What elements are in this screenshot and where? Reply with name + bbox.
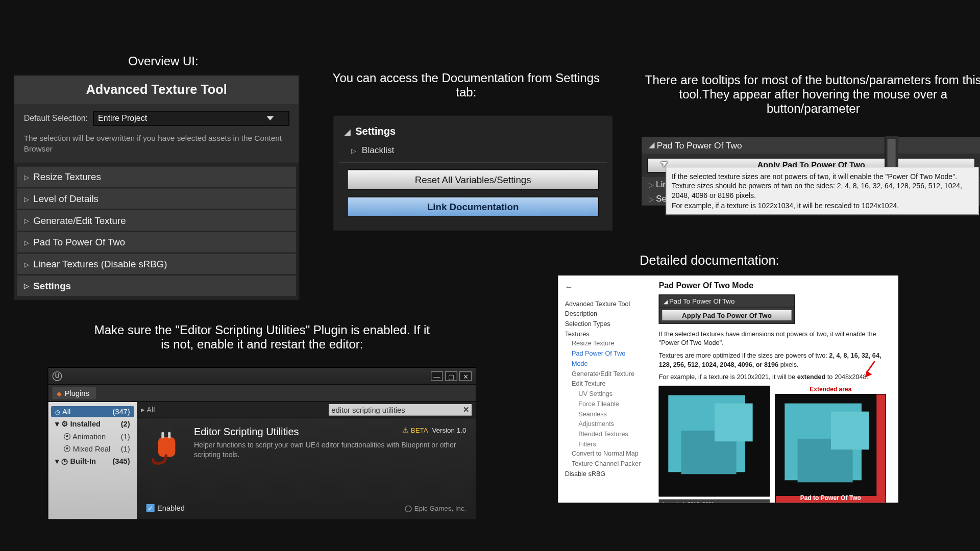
docs-nav-item[interactable]: Description <box>565 309 641 319</box>
docs-title: Pad Power Of Two Mode <box>659 281 886 291</box>
expand-icon: ▷ <box>351 147 357 155</box>
docs-heading: Detailed documentation: <box>640 253 850 268</box>
link-documentation-button[interactable]: Link Documentation <box>347 196 599 217</box>
docs-sidebar: ← Advanced Texture Tool Description Sele… <box>558 276 646 503</box>
sidebar-label: Animation <box>72 433 106 441</box>
section-resize-textures[interactable]: ▷Resize Textures <box>17 167 296 187</box>
pad-to-pow2-expander[interactable]: ◢ Pad To Power Of Two <box>642 137 980 154</box>
reset-all-button[interactable]: Reset All Variables/Settings <box>347 169 599 190</box>
search-value: editor scripting utilities <box>331 406 405 414</box>
section-pad-to-power-of-two[interactable]: ▷Pad To Power Of Two <box>17 232 296 253</box>
tooltip-line: If the selected texture sizes are not po… <box>672 171 972 181</box>
docs-nav-item[interactable]: Texture Channel Packer <box>565 459 641 469</box>
section-settings[interactable]: ▷Settings <box>17 276 296 296</box>
section-label: Resize Textures <box>33 171 101 182</box>
sidebar-label: All <box>62 408 70 416</box>
section-label: Pad To Power Of Two <box>33 237 125 247</box>
docs-nav-item[interactable]: Convert to Normal Map <box>565 449 641 459</box>
section-label: Linear Textures (Disable sRBG) <box>33 259 167 269</box>
docs-nav-item[interactable]: Blended Textures <box>565 429 641 439</box>
docs-nav-item[interactable]: Force Tileable Seamless <box>565 399 641 419</box>
plugin-heading: Make sure the "Editor Scripting Utilitie… <box>88 323 435 352</box>
overview-title: Advanced Texture Tool <box>14 76 299 104</box>
docs-nav-item[interactable]: Adjustments <box>565 419 641 430</box>
docs-pad-caption: Pad to Power Of Two <box>776 495 886 502</box>
docs-nav-item[interactable]: Advanced Texture Tool <box>565 299 641 309</box>
sidebar-count: (345) <box>112 457 130 466</box>
plugin-tab-icon: ◆ <box>57 389 62 397</box>
sidebar-count: (1) <box>121 433 130 441</box>
default-selection-label: Default Selection: <box>24 114 88 123</box>
section-generate-edit-texture[interactable]: ▷Generate/Edit Texture <box>17 210 296 231</box>
docs-paragraph: For example, if a texture is 2010x2021, … <box>659 372 886 382</box>
docs-nav-item-active[interactable]: Pad Power Of Two Mode <box>565 349 641 369</box>
plugin-search-input[interactable]: editor scripting utilities ✕ <box>329 404 472 416</box>
plugin-name: Editor Scripting Utilities <box>194 426 299 438</box>
overview-panel: Advanced Texture Tool Default Selection:… <box>14 75 300 301</box>
plugins-tab[interactable]: ◆ Plugins <box>53 387 96 399</box>
sidebar-animation[interactable]: ⦿ Animation (1) <box>51 431 134 442</box>
clear-search-icon[interactable]: ✕ <box>463 406 469 414</box>
docs-nav-item[interactable]: Resize Texture <box>565 339 641 349</box>
texture-info: Imported: 2010x2021 Displayed: 2010x2021… <box>659 499 770 503</box>
docs-nav-item[interactable]: Generate/Edit Texture <box>565 369 641 379</box>
blacklist-expander[interactable]: ▷ Blacklist <box>339 139 607 160</box>
expand-icon: ▷ <box>24 260 30 268</box>
plugins-main: ▸ All editor scripting utilities ✕ <box>137 402 476 519</box>
window-minimize-button[interactable]: — <box>431 371 443 381</box>
section-level-of-details[interactable]: ▷Level of Details <box>17 189 296 209</box>
overview-note: The selection will be overwritten if you… <box>24 133 289 155</box>
docs-nav-item[interactable]: Disable sRBG <box>565 469 641 480</box>
breadcrumb-label: All <box>146 406 155 414</box>
window-maximize-button[interactable]: ▢ <box>445 371 457 381</box>
beta-badge: BETA <box>411 427 428 434</box>
tooltips-heading: There are tooltips for most of the butto… <box>640 73 980 116</box>
settings-header-label: Settings <box>355 125 396 137</box>
expand-icon: ▷ <box>649 195 656 203</box>
sidebar-builtin[interactable]: ▾ ◷ Built-In (345) <box>51 456 134 467</box>
check-icon: ✓ <box>146 504 155 512</box>
section-label: Level of Details <box>33 193 99 204</box>
sidebar-label: Installed <box>70 420 100 428</box>
plugin-company[interactable]: Epic Games, Inc. <box>405 505 466 512</box>
unreal-logo-icon: U <box>53 371 62 381</box>
default-selection-dropdown[interactable]: Entire Project <box>93 111 289 126</box>
section-label: Settings <box>33 281 71 291</box>
expand-icon: ▷ <box>24 239 30 246</box>
window-tab-bar: ◆ Plugins <box>48 385 476 402</box>
section-linear-textures[interactable]: ▷Linear Textures (Disable sRBG) <box>17 254 296 274</box>
enabled-checkbox[interactable]: ✓ Enabled <box>146 504 185 512</box>
sidebar-mixed-reality[interactable]: ⦿ Mixed Real (1) <box>51 443 134 454</box>
tooltip-line: For example, if a texture is 1022x1034, … <box>672 201 972 210</box>
overview-body: Default Selection: Entire Project The se… <box>14 104 299 163</box>
expand-icon: ▷ <box>24 217 30 224</box>
plugins-window: U — ▢ ✕ ◆ Plugins ◷ All (347) ▾ ⚙ Instal… <box>47 367 476 518</box>
sidebar-installed[interactable]: ▾ ⚙ Installed (2) <box>51 418 134 430</box>
settings-expander[interactable]: ◢ Settings <box>339 122 607 139</box>
overview-heading: Overview UI: <box>109 55 217 69</box>
documentation-panel: ← Advanced Texture Tool Description Sele… <box>558 276 898 503</box>
blacklist-label: Blacklist <box>362 145 395 155</box>
docs-nav-item[interactable]: Selection Types <box>565 319 641 329</box>
sidebar-count: (1) <box>121 445 130 453</box>
globe-icon <box>405 505 411 512</box>
plugins-tab-label: Plugins <box>65 389 89 397</box>
svg-rect-1 <box>161 432 164 438</box>
tooltip-popup: If the selected texture sizes are not po… <box>666 167 978 215</box>
breadcrumb[interactable]: ▸ All <box>141 406 155 414</box>
window-titlebar: U — ▢ ✕ <box>48 368 476 385</box>
docs-nav-item[interactable]: Filters <box>565 439 641 449</box>
plugins-sidebar: ◷ All (347) ▾ ⚙ Installed (2) ⦿ Animatio… <box>48 402 137 519</box>
docs-apply-button[interactable]: Apply Pad To Power Of Two <box>662 310 791 320</box>
sidebar-count: (347) <box>112 408 130 416</box>
docs-nav-item[interactable]: Textures <box>565 329 641 339</box>
sidebar-all[interactable]: ◷ All (347) <box>51 406 134 417</box>
expand-icon: ▷ <box>649 181 656 189</box>
texture-preview-original <box>659 386 770 497</box>
enabled-label: Enabled <box>157 504 185 512</box>
docs-nav-item[interactable]: Edit Texture <box>565 379 641 389</box>
back-button[interactable]: ← <box>565 281 641 294</box>
docs-nav-item[interactable]: UV Settings <box>565 389 641 399</box>
window-close-button[interactable]: ✕ <box>459 371 472 381</box>
settings-access-heading: You can access the Documentation from Se… <box>330 71 602 100</box>
